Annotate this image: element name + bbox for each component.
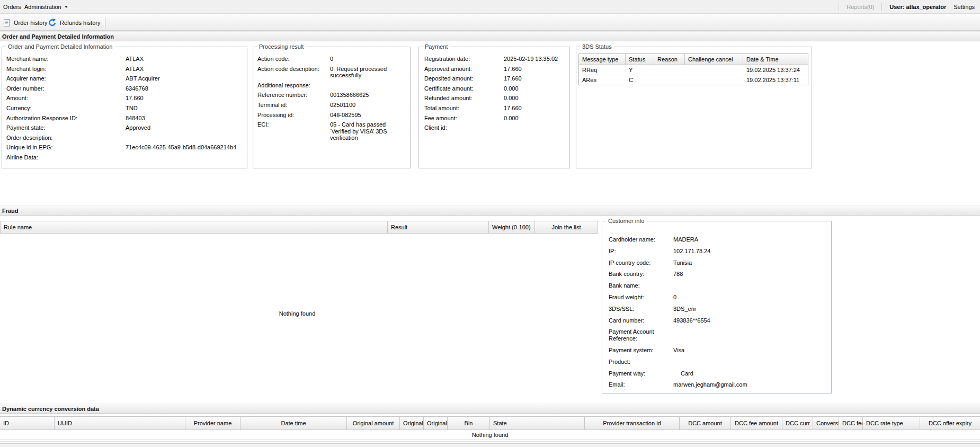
field-label: Merchant name:	[6, 56, 126, 62]
field-value: 3DS_enr	[673, 306, 827, 312]
column-header-date-time[interactable]: Date & Time	[743, 54, 808, 65]
column-header-weight-0-100[interactable]: Weight (0-100)	[489, 221, 535, 233]
column-header-original-f[interactable]: Original f	[400, 417, 424, 430]
column-header-join-the-list[interactable]: Join the list	[535, 221, 598, 233]
field-label: Total amount:	[424, 105, 504, 112]
column-header-result[interactable]: Result	[388, 221, 489, 233]
field-label: Approved amount:	[424, 66, 504, 73]
field-row: Approved amount:17.660	[424, 66, 566, 73]
threeds-status-legend: 3DS Status	[580, 43, 614, 50]
toolbar-separator	[105, 17, 105, 28]
column-header-challenge-cancel[interactable]: Challenge cancel	[685, 54, 743, 65]
order-info-fields: Merchant name:ATLAXMerchant login:ATLAXA…	[6, 56, 243, 161]
field-label: Terminal id:	[257, 102, 330, 109]
field-value: 17.660	[126, 95, 243, 102]
threeds-cell: Y	[626, 65, 654, 75]
field-row: Action code description:0: Request proce…	[257, 66, 407, 79]
column-header-dcc-curr[interactable]: DCC curr	[782, 417, 813, 430]
threeds-cell	[654, 65, 685, 75]
field-label: Fraud weight:	[609, 294, 673, 301]
column-header-original-c[interactable]: Original c	[424, 417, 448, 430]
threeds-table-header: Message typeStatusReasonChallenge cancel…	[579, 54, 808, 65]
dcc-table-header: IDUUIDProvider nameDate timeOriginal amo…	[0, 416, 980, 430]
menu-orders[interactable]: Orders	[0, 0, 24, 13]
field-row: IP:102.171.78.24	[609, 248, 827, 255]
threeds-table-body: RReqY19.02.2025 13:37:24AResC19.02.2025 …	[579, 65, 808, 85]
field-value: 493836**6554	[673, 317, 827, 324]
field-row: Order description:	[6, 135, 243, 141]
processing-result-legend: Processing result	[257, 43, 306, 50]
menu-administration[interactable]: Administration	[21, 0, 71, 13]
toolbar: Order history Refunds history	[0, 14, 980, 31]
field-row: Airline Data:	[6, 154, 243, 161]
field-row: Card number:493836**6554	[609, 317, 827, 324]
column-header-dcc-offer-expiry[interactable]: DCC offer expiry	[920, 417, 980, 430]
column-header-rule-name[interactable]: Rule name	[1, 221, 388, 233]
field-row: Order number:6346768	[6, 85, 243, 92]
field-row: Unique id in EPG:71ec4c09-4625-45a9-b5d8…	[6, 144, 243, 151]
column-header-dcc-rate-type[interactable]: DCC rate type	[863, 417, 920, 430]
column-header-provider-transaction-id[interactable]: Provider transaction id	[585, 417, 680, 430]
column-header-date-time[interactable]: Date time	[240, 417, 347, 430]
field-value: 001358666625	[330, 92, 407, 99]
order-info-panel: Order and Payment Detailed Information M…	[2, 47, 247, 168]
field-value: 0.000	[504, 115, 566, 122]
field-value: MADERA	[673, 236, 827, 243]
column-header-dcc-fee[interactable]: DCC fee	[839, 417, 863, 430]
column-header-uuid[interactable]: UUID	[55, 417, 185, 430]
field-value: ATLAX	[126, 56, 243, 62]
column-header-bin[interactable]: Bin	[448, 417, 490, 430]
field-label: Action code:	[257, 56, 330, 62]
column-header-status[interactable]: Status	[626, 54, 654, 65]
column-header-original-amount[interactable]: Original amount	[347, 417, 400, 430]
field-label: Bank country:	[609, 271, 673, 278]
field-label: ECI:	[257, 121, 330, 128]
field-row: Action code:0	[257, 56, 407, 62]
menubar-right: Reports(0) User: atlax_operator Settings	[839, 0, 975, 13]
column-header-provider-name[interactable]: Provider name	[185, 417, 240, 430]
column-header-id[interactable]: ID	[0, 417, 55, 430]
field-value: 02501100	[330, 102, 407, 109]
threeds-row: AResC19.02.2025 13:37:11	[579, 75, 808, 85]
field-label: Airline Data:	[6, 154, 126, 161]
column-header-message-type[interactable]: Message type	[579, 54, 626, 65]
threeds-cell: RReq	[579, 65, 626, 75]
refunds-history-button[interactable]: Refunds history	[46, 16, 102, 29]
field-row: Terminal id:02501100	[257, 102, 407, 109]
field-row: Acquirer name:ABT Acquirer	[6, 75, 243, 82]
field-row: Total amount:17.660	[424, 105, 566, 112]
order-history-button[interactable]: Order history	[1, 16, 50, 29]
column-header-dcc-amount[interactable]: DCC amount	[680, 417, 731, 430]
section-header-fraud: Fraud	[0, 205, 980, 216]
field-label: 3DS/SSL:	[609, 306, 673, 312]
field-label: Payment Account Reference:	[609, 328, 673, 342]
field-label: Client id:	[424, 124, 504, 131]
threeds-table: Message typeStatusReasonChallenge cancel…	[578, 53, 808, 85]
field-value: 17.660	[504, 75, 566, 82]
field-row: Currency:TND	[6, 105, 243, 112]
field-row: Refunded amount:0.000	[424, 95, 566, 102]
field-label: Fee amount:	[424, 115, 504, 122]
menu-administration-label: Administration	[24, 4, 61, 10]
column-header-conversi[interactable]: Conversi	[813, 417, 839, 430]
field-value: marwen.jegham@gmail.com	[673, 381, 827, 388]
field-label: Email:	[609, 381, 673, 388]
field-label: Payment state:	[6, 124, 126, 131]
field-row: Amount:17.660	[6, 95, 243, 102]
column-header-dcc-fee-amount[interactable]: DCC fee amount	[731, 417, 782, 430]
column-header-state[interactable]: State	[490, 417, 585, 430]
threeds-cell: 19.02.2025 13:37:24	[743, 65, 808, 75]
column-header-reason[interactable]: Reason	[654, 54, 685, 65]
menubar: Orders Administration Reports(0) User: a…	[0, 0, 980, 14]
field-value: 0: Request processed successfully	[330, 66, 407, 79]
menu-settings[interactable]: Settings	[954, 4, 975, 10]
field-row: Reference number:001358666625	[257, 92, 407, 99]
field-value: TND	[126, 105, 243, 112]
threeds-row: RReqY19.02.2025 13:37:24	[579, 65, 808, 75]
field-value: 102.171.78.24	[673, 248, 827, 255]
field-value: 2025-02-19 13:35:02	[504, 56, 566, 62]
field-row: Additional response:	[257, 82, 407, 89]
field-value: 0.000	[504, 85, 566, 92]
menu-reports[interactable]: Reports(0)	[847, 4, 874, 10]
field-label: Processing id:	[257, 112, 330, 119]
